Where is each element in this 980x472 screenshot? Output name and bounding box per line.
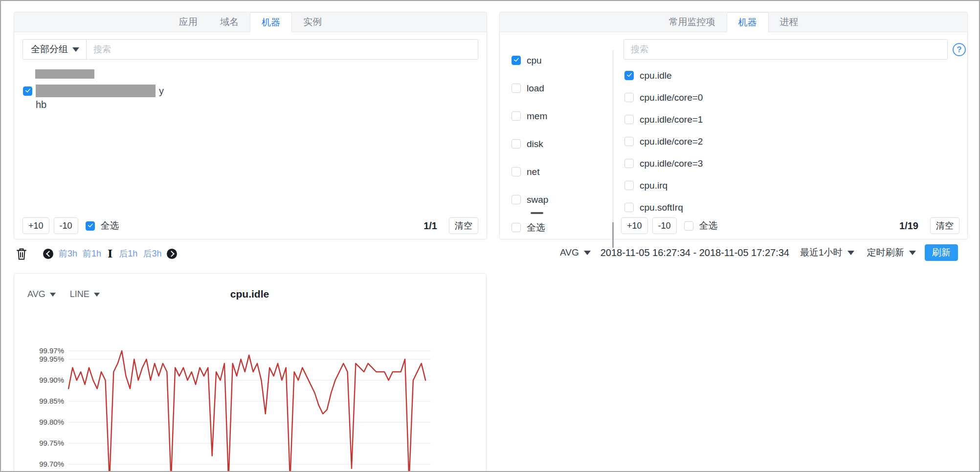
chevron-down-icon bbox=[909, 251, 916, 255]
endpoint-page-indicator: 1/1 bbox=[423, 220, 437, 232]
machine-row-redacted-1[interactable] bbox=[35, 69, 94, 79]
time-shift-back-icon[interactable] bbox=[43, 249, 53, 259]
metric-checkbox[interactable] bbox=[624, 159, 634, 168]
time-link-fwd-1h[interactable]: 后1h bbox=[119, 248, 137, 259]
time-link-back-3h[interactable]: 前3h bbox=[59, 248, 77, 259]
metric-checkbox[interactable] bbox=[624, 137, 634, 146]
time-cursor-divider: I bbox=[108, 248, 112, 259]
date-range-picker[interactable]: 2018-11-05 16:27:34 - 2018-11-05 17:27:3… bbox=[601, 247, 789, 258]
tab-machine[interactable]: 机器 bbox=[250, 12, 292, 32]
tab-machine-metrics[interactable]: 机器 bbox=[727, 12, 769, 32]
machine-search-group: 全部分组 bbox=[22, 39, 478, 60]
svg-text:99.95%: 99.95% bbox=[39, 355, 64, 363]
svg-text:99.90%: 99.90% bbox=[39, 376, 64, 384]
group-row-cpu[interactable]: cpu bbox=[512, 46, 609, 74]
metric-row[interactable]: cpu.irq bbox=[624, 174, 703, 196]
machine-row-2[interactable]: y bbox=[23, 85, 164, 97]
group-select-dropdown[interactable]: 全部分组 bbox=[23, 40, 87, 59]
counter-panel-footer: +10 -10 全选 1/19 清空 bbox=[621, 217, 959, 234]
metric-group-list: cpu load mem disk net swap bbox=[512, 46, 609, 241]
metric-row[interactable]: cpu.idle bbox=[624, 64, 703, 86]
minus-ten-button[interactable]: -10 bbox=[54, 217, 78, 234]
tab-application[interactable]: 应用 bbox=[168, 12, 209, 32]
metric-row[interactable]: cpu.idle/core=1 bbox=[624, 108, 703, 130]
counter-tabbar: 常用监控项 机器 进程 bbox=[500, 12, 967, 32]
svg-text:99.85%: 99.85% bbox=[39, 397, 64, 405]
tab-common-metrics[interactable]: 常用监控项 bbox=[658, 12, 727, 32]
app-window: 应用 域名 机器 实例 全部分组 y hb +10 -10 bbox=[0, 0, 980, 472]
help-icon[interactable]: ? bbox=[953, 43, 966, 56]
group-select-all-row[interactable]: 全选 bbox=[512, 214, 609, 241]
select-all-checkbox[interactable] bbox=[86, 221, 95, 231]
svg-text:99.97%: 99.97% bbox=[39, 346, 64, 355]
group-row-net[interactable]: net bbox=[512, 158, 609, 186]
add-ten-button[interactable]: +10 bbox=[621, 217, 648, 234]
time-link-fwd-3h[interactable]: 后3h bbox=[143, 248, 161, 259]
metric-search-wrap bbox=[624, 39, 948, 60]
endpoint-panel-footer: +10 -10 全选 1/1 清空 bbox=[14, 217, 487, 234]
group-row-disk[interactable]: disk bbox=[512, 130, 609, 158]
metric-checkbox[interactable] bbox=[624, 115, 634, 124]
metric-checkbox[interactable] bbox=[624, 203, 634, 212]
metric-row[interactable]: cpu.idle/core=2 bbox=[624, 130, 703, 152]
group-row-swap[interactable]: swap bbox=[512, 186, 609, 214]
group-select-all-checkbox[interactable] bbox=[512, 223, 521, 232]
time-shift-forward-icon[interactable] bbox=[167, 249, 177, 259]
tab-process-metrics[interactable]: 进程 bbox=[769, 12, 810, 32]
counter-select-all[interactable]: 全选 bbox=[684, 219, 718, 232]
metric-row[interactable]: cpu.idle/core=3 bbox=[624, 152, 703, 174]
query-bar: AVG 2018-11-05 16:27:34 - 2018-11-05 17:… bbox=[560, 244, 958, 261]
endpoint-select-all[interactable]: 全选 bbox=[86, 219, 119, 232]
add-ten-button[interactable]: +10 bbox=[22, 217, 49, 234]
group-checkbox[interactable] bbox=[512, 139, 521, 149]
group-checkbox[interactable] bbox=[512, 111, 521, 121]
metric-group-scrollbar[interactable] bbox=[612, 50, 614, 248]
select-all-checkbox[interactable] bbox=[684, 221, 693, 231]
metric-checkbox[interactable] bbox=[624, 71, 634, 80]
metric-checkbox[interactable] bbox=[624, 93, 634, 102]
metric-row[interactable]: cpu.idle/core=0 bbox=[624, 86, 703, 108]
minus-ten-button[interactable]: -10 bbox=[652, 217, 677, 234]
trash-icon bbox=[16, 247, 27, 260]
group-row-mem[interactable]: mem bbox=[512, 102, 609, 130]
machine-checkbox[interactable] bbox=[23, 86, 32, 96]
endpoint-panel: 应用 域名 机器 实例 全部分组 y hb +10 -10 bbox=[14, 12, 487, 239]
chevron-down-icon bbox=[72, 47, 79, 52]
refresh-button[interactable]: 刷新 bbox=[925, 244, 958, 261]
svg-text:99.70%: 99.70% bbox=[39, 460, 64, 468]
quick-range-dropdown[interactable]: 最近1小时 bbox=[800, 246, 854, 259]
time-link-back-1h[interactable]: 前1h bbox=[83, 248, 101, 259]
machine-subline: hb bbox=[36, 99, 46, 110]
tab-instance[interactable]: 实例 bbox=[292, 12, 333, 32]
endpoint-tabbar: 应用 域名 机器 实例 bbox=[14, 12, 487, 32]
machine-search-input[interactable] bbox=[87, 40, 478, 59]
group-select-label: 全部分组 bbox=[31, 43, 68, 56]
group-checkbox[interactable] bbox=[512, 56, 521, 65]
chevron-down-icon bbox=[584, 251, 591, 255]
chevron-down-icon bbox=[847, 251, 854, 255]
chart-panel: AVG LINE cpu.idle 99.97%99.95%99.90%99.8… bbox=[14, 273, 487, 472]
machine-name-redacted bbox=[36, 85, 156, 97]
counter-clear-button[interactable]: 清空 bbox=[930, 217, 959, 234]
machine-name-suffix: y bbox=[159, 86, 164, 97]
delete-chart-button[interactable] bbox=[16, 247, 27, 260]
tab-domain[interactable]: 域名 bbox=[209, 12, 250, 32]
time-nav: 前3h 前1h I 后1h 后3h bbox=[16, 245, 177, 262]
counter-panel: 常用监控项 机器 进程 cpu load mem disk bbox=[499, 12, 968, 239]
svg-text:99.75%: 99.75% bbox=[39, 439, 64, 447]
metric-list: cpu.idle cpu.idle/core=0 cpu.idle/core=1… bbox=[624, 64, 703, 218]
metric-checkbox[interactable] bbox=[624, 181, 634, 190]
metric-search-input[interactable] bbox=[624, 40, 947, 59]
cpu-idle-line-chart[interactable]: 99.97%99.95%99.90%99.85%99.80%99.75%99.7… bbox=[14, 274, 486, 472]
counter-page-indicator: 1/19 bbox=[899, 220, 918, 232]
svg-text:99.80%: 99.80% bbox=[39, 418, 64, 426]
group-checkbox[interactable] bbox=[512, 195, 521, 204]
group-row-load[interactable]: load bbox=[512, 74, 609, 102]
consolidation-dropdown[interactable]: AVG bbox=[560, 247, 591, 258]
endpoint-clear-button[interactable]: 清空 bbox=[449, 217, 478, 234]
metric-row[interactable]: cpu.softIrq bbox=[624, 196, 703, 218]
clipped-list-item-fragment bbox=[531, 212, 543, 214]
group-checkbox[interactable] bbox=[512, 84, 521, 93]
auto-refresh-dropdown[interactable]: 定时刷新 bbox=[867, 246, 916, 259]
group-checkbox[interactable] bbox=[512, 167, 521, 176]
